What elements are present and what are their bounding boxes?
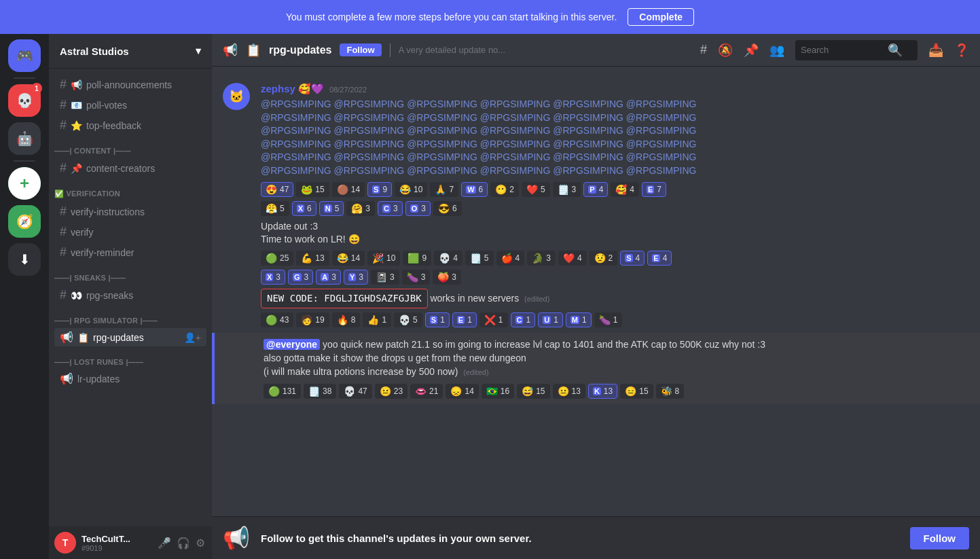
reaction[interactable]: E4 <box>647 251 672 266</box>
reaction[interactable]: 💀4 <box>434 251 462 266</box>
reaction[interactable]: 🟢43 <box>261 312 293 327</box>
pin-icon[interactable]: 📌 <box>744 43 759 58</box>
channel-item-verify-instructions[interactable]: # verify-instructions <box>54 202 206 221</box>
reaction[interactable]: 🟤14 <box>332 182 365 197</box>
channel-item-content-creators[interactable]: # 📌 content-creators <box>54 158 206 178</box>
reaction[interactable]: 🗒️5 <box>465 251 494 266</box>
reaction[interactable]: 🟢131 <box>264 384 301 399</box>
reaction[interactable]: 🐝8 <box>656 384 685 399</box>
reaction[interactable]: C1 <box>511 312 536 327</box>
reaction[interactable]: M1 <box>566 312 592 327</box>
reaction[interactable]: C3 <box>378 201 403 216</box>
reaction[interactable]: 🍆3 <box>402 270 431 285</box>
reaction[interactable]: G3 <box>288 270 313 285</box>
reaction[interactable]: 🧑19 <box>296 312 329 327</box>
reaction[interactable]: 👄21 <box>410 384 443 399</box>
channel-item-verify[interactable]: # verify <box>54 222 206 242</box>
server-icon-bot[interactable]: 🤖 <box>8 122 41 155</box>
reaction[interactable]: 😍47 <box>261 182 293 197</box>
follow-bar-button[interactable]: Follow <box>910 527 970 549</box>
reaction[interactable]: 💪13 <box>296 251 329 266</box>
reaction[interactable]: 🍎4 <box>496 251 525 266</box>
search-input[interactable] <box>801 45 882 55</box>
channel-item-rpg-updates[interactable]: 📢 📋 rpg-updates 👤+ <box>54 328 206 346</box>
reaction[interactable]: 🔥8 <box>332 312 361 327</box>
category-lost-runes[interactable]: ——| LOST RUNES |—— <box>49 347 212 369</box>
reaction[interactable]: ❤️4 <box>558 251 587 266</box>
channel-item-rpg-sneaks[interactable]: # 👀 rpg-sneaks <box>54 285 206 305</box>
add-member-icon[interactable]: 👤+ <box>184 332 201 343</box>
reaction[interactable]: 😟2 <box>589 251 618 266</box>
download-button[interactable]: ⬇ <box>8 243 41 276</box>
reaction[interactable]: N5 <box>319 201 344 216</box>
explore-button[interactable]: 🧭 <box>8 205 41 238</box>
reaction[interactable]: O3 <box>405 201 431 216</box>
reaction[interactable]: 🗒️3 <box>553 182 581 197</box>
reaction[interactable]: ❤️5 <box>522 182 550 197</box>
reaction[interactable]: P4 <box>583 182 608 197</box>
reaction[interactable]: 🥰4 <box>611 182 639 197</box>
add-server-button[interactable]: + <box>8 167 41 200</box>
server-icon-discord-home[interactable]: 🎮 <box>8 39 41 72</box>
reaction[interactable]: 🗒️38 <box>304 384 336 399</box>
reaction[interactable]: 😂10 <box>395 182 427 197</box>
category-content[interactable]: ——| CONTENT |—— <box>49 136 212 158</box>
reaction[interactable]: Y3 <box>344 270 368 285</box>
follow-button-header[interactable]: Follow <box>340 43 381 56</box>
reaction[interactable]: A3 <box>316 270 341 285</box>
reaction[interactable]: 🙏7 <box>430 182 458 197</box>
reaction[interactable]: 🐊3 <box>527 251 556 266</box>
reaction[interactable]: 😐13 <box>553 384 585 399</box>
complete-button[interactable]: Complete <box>628 8 694 26</box>
server-header[interactable]: Astral Studios ▾ <box>49 34 212 69</box>
settings-icon[interactable]: ⚙ <box>194 535 206 551</box>
reaction[interactable]: 😶2 <box>490 182 519 197</box>
reaction[interactable]: W6 <box>461 182 488 197</box>
mute-channel-icon[interactable]: 🔕 <box>718 43 733 58</box>
reaction[interactable]: 😐23 <box>375 384 407 399</box>
reaction[interactable]: 😎6 <box>433 201 462 216</box>
category-verification[interactable]: ✅ VERIFICATION <box>49 179 212 201</box>
headset-icon[interactable]: 🎧 <box>175 535 192 551</box>
reaction[interactable]: E7 <box>642 182 666 197</box>
reaction[interactable]: 🍑3 <box>433 270 461 285</box>
reaction[interactable]: K13 <box>588 384 617 399</box>
reaction[interactable]: 🇧🇷16 <box>482 384 514 399</box>
reaction[interactable]: E1 <box>452 312 477 327</box>
help-icon[interactable]: ❓ <box>954 43 969 58</box>
channel-item-verify-reminder[interactable]: # verify-reminder <box>54 242 206 262</box>
reaction[interactable]: 💀47 <box>339 384 371 399</box>
channel-item-lr-updates[interactable]: 📢 lr-updates <box>54 369 206 388</box>
messages-area[interactable]: 🐱 zephsy 🥰💜 08/27/2022 @RPGSIMPING @RPGS… <box>212 67 980 516</box>
reaction[interactable]: ❌1 <box>479 312 508 327</box>
reaction[interactable]: 📓3 <box>371 270 399 285</box>
reaction[interactable]: 😅15 <box>517 384 549 399</box>
reaction[interactable]: 😤5 <box>261 201 289 216</box>
reaction[interactable]: U1 <box>538 312 563 327</box>
reaction[interactable]: 😞14 <box>446 384 478 399</box>
reaction[interactable]: 🐸15 <box>296 182 329 197</box>
reaction[interactable]: 😂14 <box>332 251 365 266</box>
reaction[interactable]: 🍆1 <box>594 312 623 327</box>
members-icon[interactable]: 👥 <box>769 43 784 58</box>
reaction[interactable]: S1 <box>425 312 450 327</box>
reaction[interactable]: 💀5 <box>394 312 422 327</box>
reaction[interactable]: S4 <box>620 251 645 266</box>
reaction[interactable]: X3 <box>261 270 285 285</box>
inbox-icon[interactable]: 📥 <box>928 43 943 58</box>
server-icon-astral[interactable]: 💀 1 <box>8 84 41 117</box>
reaction[interactable]: 🟩9 <box>403 251 431 266</box>
reaction[interactable]: 👍1 <box>363 312 391 327</box>
channel-item-poll-announcements[interactable]: # 📢 poll-announcements <box>54 75 206 94</box>
reaction[interactable]: 🟢25 <box>261 251 293 266</box>
reaction[interactable]: 🎉10 <box>367 251 400 266</box>
mute-icon[interactable]: 🎤 <box>156 535 173 551</box>
reaction[interactable]: 🤗3 <box>346 201 375 216</box>
search-box[interactable]: 🔍 <box>795 40 918 60</box>
channel-item-top-feedback[interactable]: # ⭐ top-feedback <box>54 115 206 135</box>
channel-item-poll-votes[interactable]: # 📧 poll-votes <box>54 95 206 115</box>
category-sneaks[interactable]: ——| SNEAKS |—— <box>49 263 212 285</box>
reaction[interactable]: 😑15 <box>620 384 653 399</box>
reaction[interactable]: S9 <box>367 182 392 197</box>
category-rpg-sim[interactable]: ——| RPG SIMULATOR |—— <box>49 306 212 327</box>
